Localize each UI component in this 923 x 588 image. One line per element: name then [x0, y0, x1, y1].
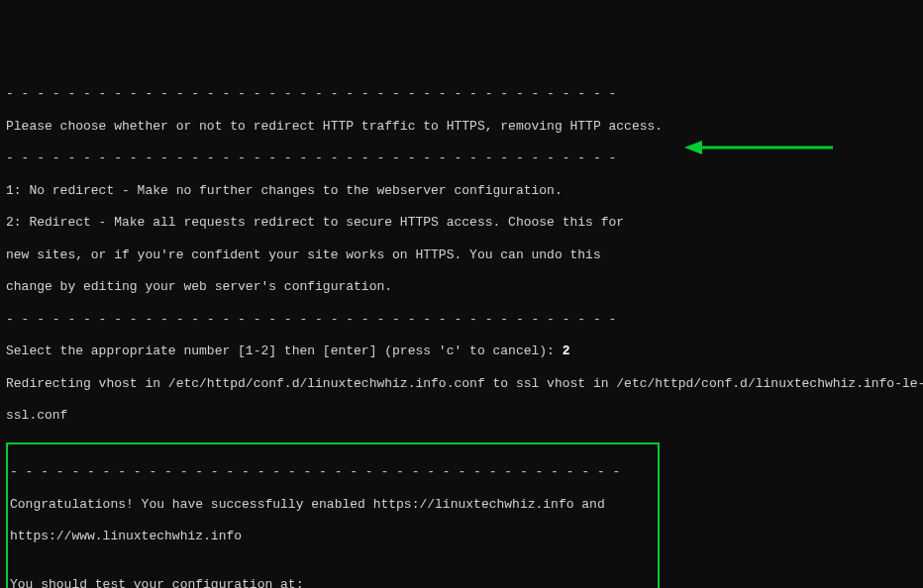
terminal-line: 2: Redirect - Make all requests redirect…: [6, 215, 917, 231]
terminal-line: 1: No redirect - Make no further changes…: [6, 183, 917, 199]
terminal-line: - - - - - - - - - - - - - - - - - - - - …: [6, 86, 917, 102]
select-prompt: Select the appropriate number [1-2] then…: [6, 343, 917, 359]
terminal-line: - - - - - - - - - - - - - - - - - - - - …: [6, 150, 917, 166]
terminal-line: https://www.linuxtechwhiz.info: [10, 529, 656, 544]
success-box: - - - - - - - - - - - - - - - - - - - - …: [6, 442, 660, 588]
user-input[interactable]: 2: [563, 343, 570, 358]
terminal-line: - - - - - - - - - - - - - - - - - - - - …: [6, 312, 917, 328]
terminal-line: new sites, or if you're confident your s…: [6, 247, 917, 263]
terminal-line: - - - - - - - - - - - - - - - - - - - - …: [10, 464, 656, 480]
terminal-line: Congratulations! You have successfully e…: [10, 497, 656, 513]
terminal-line: ssl.conf: [6, 408, 917, 424]
terminal-line: change by editing your web server's conf…: [6, 279, 917, 295]
terminal-line: Please choose whether or not to redirect…: [6, 119, 917, 135]
terminal-line: Redirecting vhost in /etc/httpd/conf.d/l…: [6, 376, 917, 392]
terminal-line: You should test your configuration at:: [10, 577, 656, 588]
